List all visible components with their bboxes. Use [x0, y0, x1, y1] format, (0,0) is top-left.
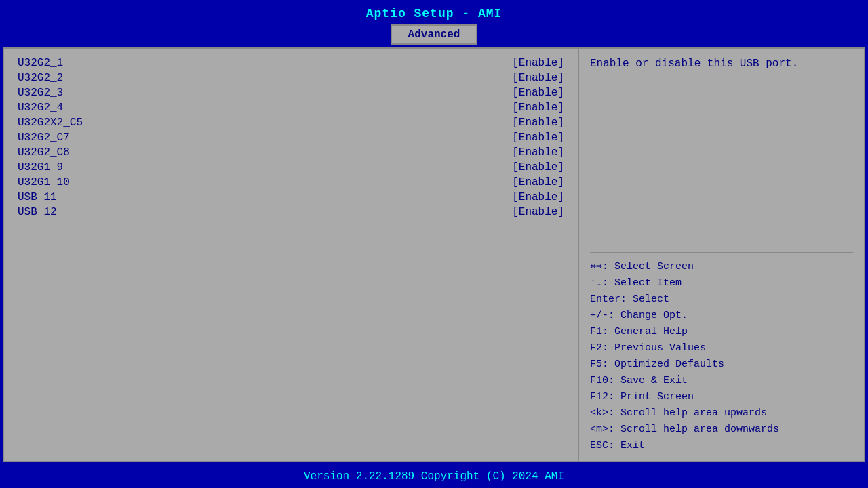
shortcut-item: F2: Previous Values	[590, 340, 853, 357]
item-name: U32G2_C8	[18, 146, 70, 159]
item-value: [Enable]	[512, 146, 564, 159]
shortcut-item: Enter: Select	[590, 291, 853, 308]
app-title: Aptio Setup - AMI	[366, 7, 502, 20]
divider	[590, 252, 853, 253]
footer-text: Version 2.22.1289 Copyright (C) 2024 AMI	[304, 470, 564, 483]
shortcut-item: F10: Save & Exit	[590, 373, 853, 389]
item-value: [Enable]	[512, 117, 564, 129]
shortcut-item: <m>: Scroll help area downwards	[590, 422, 853, 438]
shortcut-item: ↑↓: Select Item	[590, 275, 853, 291]
item-value: [Enable]	[512, 72, 564, 84]
shortcuts: ⇔⇒: Select Screen↑↓: Select ItemEnter: S…	[590, 259, 853, 454]
shortcut-item: +/-: Change Opt.	[590, 308, 853, 324]
item-name: U32G2_3	[18, 87, 63, 99]
item-value: [Enable]	[512, 87, 564, 99]
item-value: [Enable]	[512, 206, 564, 218]
left-panel: U32G2_1[Enable]U32G2_2[Enable]U32G2_3[En…	[4, 49, 579, 461]
item-value: [Enable]	[512, 57, 564, 69]
right-panel: Enable or disable this USB port. ⇔⇒: Sel…	[579, 49, 864, 461]
menu-item[interactable]: U32G2_C8[Enable]	[18, 145, 564, 160]
menu-item[interactable]: USB_11[Enable]	[18, 190, 564, 205]
help-text: Enable or disable this USB port.	[590, 56, 853, 247]
menu-item[interactable]: U32G2_3[Enable]	[18, 85, 564, 100]
menu-item[interactable]: U32G1_9[Enable]	[18, 160, 564, 175]
menu-item[interactable]: U32G2_1[Enable]	[18, 56, 564, 70]
shortcut-item: F5: Optimized Defaults	[590, 357, 853, 373]
item-value: [Enable]	[512, 131, 564, 144]
item-name: USB_12	[18, 206, 57, 218]
shortcut-item: ⇔⇒: Select Screen	[590, 259, 853, 275]
item-name: U32G1_10	[18, 176, 70, 188]
item-value: [Enable]	[512, 176, 564, 188]
shortcut-item: ESC: Exit	[590, 438, 853, 454]
menu-item[interactable]: U32G2X2_C5[Enable]	[18, 115, 564, 130]
item-name: U32G2_4	[18, 102, 63, 114]
item-name: USB_11	[18, 191, 57, 203]
item-value: [Enable]	[512, 102, 564, 114]
shortcut-item: F12: Print Screen	[590, 389, 853, 405]
menu-item[interactable]: U32G2_4[Enable]	[18, 100, 564, 115]
item-name: U32G1_9	[18, 161, 63, 174]
item-name: U32G2_2	[18, 72, 63, 84]
item-name: U32G2_C7	[18, 131, 70, 144]
item-name: U32G2X2_C5	[18, 117, 83, 129]
menu-item[interactable]: U32G2_C7[Enable]	[18, 130, 564, 145]
menu-item[interactable]: U32G2_2[Enable]	[18, 70, 564, 85]
menu-item[interactable]: U32G1_10[Enable]	[18, 175, 564, 190]
menu-item[interactable]: USB_12[Enable]	[18, 205, 564, 220]
item-value: [Enable]	[512, 191, 564, 203]
shortcut-item: F1: General Help	[590, 324, 853, 340]
advanced-tab[interactable]: Advanced	[391, 24, 478, 45]
item-value: [Enable]	[512, 161, 564, 174]
shortcut-item: <k>: Scroll help area upwards	[590, 405, 853, 422]
item-name: U32G2_1	[18, 57, 63, 69]
